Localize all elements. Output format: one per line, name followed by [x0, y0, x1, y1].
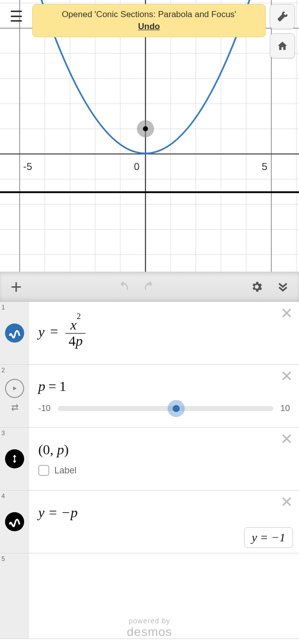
expression-input[interactable]: (0, p) Label ✕	[29, 428, 299, 490]
draggable-point-icon[interactable]	[5, 449, 24, 468]
row-index: 3	[2, 430, 5, 437]
delete-expression-icon[interactable]: ✕	[280, 495, 293, 510]
row-index: 2	[2, 367, 5, 374]
undo-icon[interactable]	[113, 277, 133, 297]
expression-list: 1 y = x2 4p ✕ 2 ⇄	[0, 302, 299, 639]
expression-row-2[interactable]: 2 ⇄ p=1 -10 10 ✕	[0, 365, 299, 428]
label-checkbox[interactable]	[38, 465, 49, 476]
collapse-chevron-icon[interactable]	[273, 277, 293, 297]
powered-by-text: powered by	[0, 617, 299, 625]
brand-logo: desmos	[0, 625, 299, 639]
evaluation-result: y = −1	[244, 527, 293, 548]
footer: powered by desmos	[0, 617, 299, 639]
row-index: 4	[2, 493, 5, 500]
slider-min[interactable]: -10	[38, 404, 51, 414]
expression-input[interactable]: y = x2 4p ✕	[29, 302, 299, 364]
toast-message: Opened 'Conic Sections: Parabola and Foc…	[62, 10, 237, 19]
expression-row-1[interactable]: 1 y = x2 4p ✕	[0, 302, 299, 365]
xtick-5: 5	[262, 161, 267, 172]
graph-area[interactable]: -5 0 5 ☰ Opened 'Conic Sections: Parabol…	[0, 0, 299, 272]
row-index: 1	[2, 304, 5, 311]
expression-row-4[interactable]: 4 y = −p y = −1 ✕	[0, 491, 299, 553]
home-icon[interactable]	[270, 33, 295, 58]
curve-thumbnail-icon[interactable]	[5, 324, 24, 343]
curve-thumbnail-icon[interactable]	[5, 512, 24, 531]
settings-gear-icon[interactable]	[247, 277, 267, 297]
expression-icon-tab[interactable]	[0, 491, 29, 553]
slider-track[interactable]	[58, 406, 274, 411]
expression-icon-tab[interactable]	[0, 302, 29, 364]
undo-link[interactable]: Undo	[42, 21, 256, 33]
xtick-neg5: -5	[23, 161, 32, 172]
delete-expression-icon[interactable]: ✕	[280, 432, 293, 447]
slider-thumb[interactable]	[173, 405, 180, 412]
expression-icon-tab[interactable]: ⇄	[0, 365, 29, 427]
hamburger-menu-icon[interactable]: ☰	[4, 4, 28, 28]
swap-direction-icon[interactable]: ⇄	[11, 402, 19, 413]
row-index: 5	[2, 555, 5, 562]
slider[interactable]: -10 10	[38, 404, 290, 414]
add-expression-button[interactable]: +	[6, 277, 26, 297]
expression-toolbar: +	[0, 272, 299, 302]
expression-input[interactable]: y = −p y = −1 ✕	[29, 491, 299, 553]
wrench-icon[interactable]	[270, 4, 295, 29]
xtick-0: 0	[134, 161, 139, 172]
focus-point	[143, 126, 148, 131]
redo-icon[interactable]	[139, 277, 160, 297]
slider-max[interactable]: 10	[280, 404, 290, 414]
toast-notification: Opened 'Conic Sections: Parabola and Foc…	[32, 4, 266, 37]
play-slider-icon[interactable]	[5, 379, 24, 398]
expression-row-3[interactable]: 3 (0, p) Label ✕	[0, 428, 299, 491]
label-text[interactable]: Label	[54, 465, 77, 476]
delete-expression-icon[interactable]: ✕	[280, 306, 293, 321]
delete-expression-icon[interactable]: ✕	[280, 369, 293, 384]
expression-icon-tab[interactable]	[0, 428, 29, 490]
expression-input[interactable]: p=1 -10 10 ✕	[29, 365, 299, 427]
